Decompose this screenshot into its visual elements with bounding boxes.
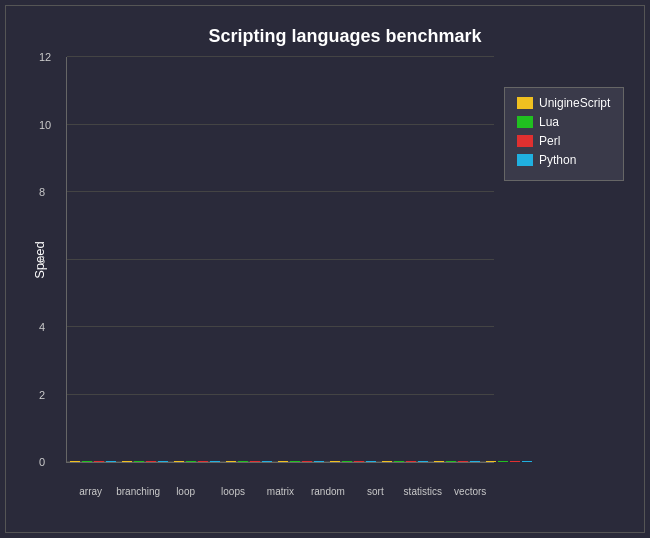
legend-color-lua — [517, 116, 533, 128]
bar-lua-loop — [186, 461, 196, 462]
category-array — [67, 461, 119, 462]
x-label-array: array — [67, 486, 114, 497]
x-label-loops: loops — [209, 486, 256, 497]
x-label-random: random — [304, 486, 351, 497]
legend-item-uniginescript: UnigineScript — [517, 96, 611, 110]
chart-title: Scripting languages benchmark — [66, 26, 624, 47]
x-label-sort: sort — [352, 486, 399, 497]
x-label-branching: branching — [114, 486, 161, 497]
bar-python-matrix — [314, 461, 324, 462]
bar-python-random — [366, 461, 376, 462]
bar-lua-sort — [394, 461, 404, 462]
bar-unigine-array — [70, 461, 80, 462]
legend-color-uniginescript — [517, 97, 533, 109]
bar-lua-random — [342, 461, 352, 462]
bar-perl-array — [94, 461, 104, 462]
bar-lua-statistics — [446, 461, 456, 462]
bar-perl-sort — [406, 461, 416, 462]
bar-perl-loop — [198, 461, 208, 462]
x-label-matrix: matrix — [257, 486, 304, 497]
y-tick: 6 — [39, 254, 45, 266]
bar-python-statistics — [470, 461, 480, 462]
bar-python-loop — [210, 461, 220, 462]
legend-item-lua: Lua — [517, 115, 611, 129]
bar-unigine-statistics — [434, 461, 444, 462]
bar-python-vectors — [522, 461, 532, 462]
category-branching — [119, 461, 171, 462]
category-statistics — [431, 461, 483, 462]
bar-lua-array — [82, 461, 92, 462]
x-labels: arraybranchinglooploopsmatrixrandomsorts… — [67, 486, 494, 497]
bar-unigine-loops — [226, 461, 236, 462]
legend-item-perl: Perl — [517, 134, 611, 148]
category-vectors — [483, 461, 535, 462]
x-label-loop: loop — [162, 486, 209, 497]
bar-lua-matrix — [290, 461, 300, 462]
bar-perl-loops — [250, 461, 260, 462]
bars-area — [67, 57, 494, 462]
bar-python-array — [106, 461, 116, 462]
bar-unigine-random — [330, 461, 340, 462]
bar-perl-branching — [146, 461, 156, 462]
legend-item-python: Python — [517, 153, 611, 167]
bar-python-sort — [418, 461, 428, 462]
bar-python-branching — [158, 461, 168, 462]
legend-label-python: Python — [539, 153, 576, 167]
bar-perl-statistics — [458, 461, 468, 462]
y-tick: 8 — [39, 186, 45, 198]
y-tick: 4 — [39, 321, 45, 333]
y-tick: 12 — [39, 51, 51, 63]
chart-container: Scripting languages benchmark Speed 0246… — [5, 5, 645, 533]
y-tick: 10 — [39, 119, 51, 131]
legend: UnigineScriptLuaPerlPython — [504, 87, 624, 181]
category-loop — [171, 461, 223, 462]
bar-perl-vectors — [510, 461, 520, 462]
category-matrix — [275, 461, 327, 462]
bar-perl-matrix — [302, 461, 312, 462]
bar-unigine-vectors — [486, 461, 496, 462]
x-label-statistics: statistics — [399, 486, 446, 497]
bar-lua-branching — [134, 461, 144, 462]
bar-perl-random — [354, 461, 364, 462]
bar-unigine-matrix — [278, 461, 288, 462]
legend-color-python — [517, 154, 533, 166]
bar-unigine-branching — [122, 461, 132, 462]
y-tick: 2 — [39, 389, 45, 401]
legend-label-lua: Lua — [539, 115, 559, 129]
bar-unigine-loop — [174, 461, 184, 462]
bar-python-loops — [262, 461, 272, 462]
bar-unigine-sort — [382, 461, 392, 462]
y-tick: 0 — [39, 456, 45, 468]
grid-and-bars: 024681012 arraybranchinglooploopsmatrixr… — [66, 57, 494, 463]
bar-lua-loops — [238, 461, 248, 462]
bar-lua-vectors — [498, 461, 508, 462]
legend-label-perl: Perl — [539, 134, 560, 148]
x-label-vectors: vectors — [447, 486, 494, 497]
chart-area: Speed 024681012 arraybranchinglooploopsm… — [66, 57, 624, 463]
category-sort — [379, 461, 431, 462]
legend-color-perl — [517, 135, 533, 147]
legend-label-uniginescript: UnigineScript — [539, 96, 610, 110]
category-random — [327, 461, 379, 462]
category-loops — [223, 461, 275, 462]
